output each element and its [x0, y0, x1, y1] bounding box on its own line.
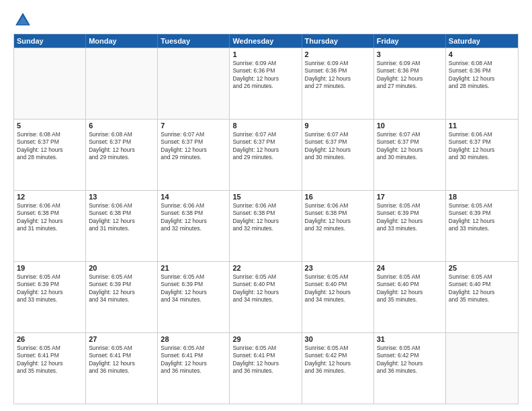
calendar-row: 26Sunrise: 6:05 AM Sunset: 6:41 PM Dayli… [14, 332, 518, 404]
cell-info: Sunrise: 6:06 AM Sunset: 6:38 PM Dayligh… [17, 202, 83, 233]
calendar-cell: 29Sunrise: 6:05 AM Sunset: 6:41 PM Dayli… [230, 333, 302, 404]
calendar-row: 5Sunrise: 6:08 AM Sunset: 6:37 PM Daylig… [14, 119, 518, 190]
calendar-cell: 14Sunrise: 6:06 AM Sunset: 6:38 PM Dayli… [158, 191, 230, 261]
calendar-cell: 23Sunrise: 6:05 AM Sunset: 6:40 PM Dayli… [302, 262, 374, 332]
calendar-cell: 11Sunrise: 6:06 AM Sunset: 6:37 PM Dayli… [446, 120, 518, 190]
cell-info: Sunrise: 6:05 AM Sunset: 6:39 PM Dayligh… [449, 202, 515, 233]
cell-info: Sunrise: 6:05 AM Sunset: 6:40 PM Dayligh… [377, 273, 443, 304]
day-number: 19 [17, 264, 83, 272]
day-number: 22 [232, 264, 298, 272]
cell-info: Sunrise: 6:05 AM Sunset: 6:39 PM Dayligh… [161, 273, 226, 304]
day-number: 11 [449, 122, 515, 130]
day-number: 31 [377, 335, 443, 343]
calendar-cell: 15Sunrise: 6:06 AM Sunset: 6:38 PM Dayli… [230, 191, 302, 261]
weekday-header: Sunday [14, 34, 86, 48]
calendar-cell: 13Sunrise: 6:06 AM Sunset: 6:38 PM Dayli… [86, 191, 158, 261]
cell-info: Sunrise: 6:08 AM Sunset: 6:36 PM Dayligh… [449, 60, 515, 91]
cell-info: Sunrise: 6:06 AM Sunset: 6:38 PM Dayligh… [305, 202, 371, 233]
cell-info: Sunrise: 6:05 AM Sunset: 6:39 PM Dayligh… [17, 273, 83, 304]
day-number: 12 [17, 193, 83, 201]
cell-info: Sunrise: 6:05 AM Sunset: 6:40 PM Dayligh… [305, 273, 371, 304]
cell-info: Sunrise: 6:05 AM Sunset: 6:39 PM Dayligh… [89, 273, 154, 304]
cell-info: Sunrise: 6:05 AM Sunset: 6:42 PM Dayligh… [377, 345, 443, 375]
calendar-header: SundayMondayTuesdayWednesdayThursdayFrid… [14, 34, 518, 48]
cell-info: Sunrise: 6:07 AM Sunset: 6:37 PM Dayligh… [305, 131, 371, 162]
cell-info: Sunrise: 6:09 AM Sunset: 6:36 PM Dayligh… [305, 60, 371, 91]
calendar-row: 1Sunrise: 6:09 AM Sunset: 6:36 PM Daylig… [14, 48, 518, 119]
day-number: 7 [161, 122, 226, 130]
day-number: 21 [161, 264, 226, 272]
logo-icon [13, 11, 32, 30]
day-number: 3 [377, 50, 443, 58]
day-number: 18 [449, 193, 515, 201]
cell-info: Sunrise: 6:05 AM Sunset: 6:41 PM Dayligh… [161, 345, 226, 375]
day-number: 5 [17, 122, 83, 130]
calendar-cell [86, 48, 158, 119]
calendar-cell: 31Sunrise: 6:05 AM Sunset: 6:42 PM Dayli… [374, 333, 446, 404]
calendar-cell: 17Sunrise: 6:05 AM Sunset: 6:39 PM Dayli… [374, 191, 446, 261]
weekday-header: Saturday [446, 34, 518, 48]
day-number: 24 [377, 264, 443, 272]
cell-info: Sunrise: 6:09 AM Sunset: 6:36 PM Dayligh… [377, 60, 443, 91]
calendar-cell: 9Sunrise: 6:07 AM Sunset: 6:37 PM Daylig… [302, 120, 374, 190]
day-number: 10 [377, 122, 443, 130]
calendar-cell: 3Sunrise: 6:09 AM Sunset: 6:36 PM Daylig… [374, 48, 446, 119]
calendar-cell: 27Sunrise: 6:05 AM Sunset: 6:41 PM Dayli… [86, 333, 158, 404]
day-number: 30 [305, 335, 371, 343]
calendar-row: 12Sunrise: 6:06 AM Sunset: 6:38 PM Dayli… [14, 190, 518, 261]
weekday-header: Monday [86, 34, 158, 48]
calendar-cell: 5Sunrise: 6:08 AM Sunset: 6:37 PM Daylig… [14, 120, 86, 190]
weekday-header: Wednesday [230, 34, 302, 48]
cell-info: Sunrise: 6:07 AM Sunset: 6:37 PM Dayligh… [377, 131, 443, 162]
calendar-cell: 18Sunrise: 6:05 AM Sunset: 6:39 PM Dayli… [446, 191, 518, 261]
day-number: 1 [232, 50, 298, 58]
day-number: 4 [449, 50, 515, 58]
day-number: 28 [161, 335, 226, 343]
cell-info: Sunrise: 6:07 AM Sunset: 6:37 PM Dayligh… [232, 131, 298, 162]
cell-info: Sunrise: 6:05 AM Sunset: 6:40 PM Dayligh… [449, 273, 515, 304]
calendar-cell [446, 333, 518, 404]
calendar-cell: 20Sunrise: 6:05 AM Sunset: 6:39 PM Dayli… [86, 262, 158, 332]
weekday-header: Tuesday [158, 34, 230, 48]
day-number: 29 [232, 335, 298, 343]
cell-info: Sunrise: 6:06 AM Sunset: 6:37 PM Dayligh… [449, 131, 515, 162]
cell-info: Sunrise: 6:06 AM Sunset: 6:38 PM Dayligh… [161, 202, 226, 233]
calendar-cell: 22Sunrise: 6:05 AM Sunset: 6:40 PM Dayli… [230, 262, 302, 332]
day-number: 16 [305, 193, 371, 201]
calendar-cell: 8Sunrise: 6:07 AM Sunset: 6:37 PM Daylig… [230, 120, 302, 190]
day-number: 15 [232, 193, 298, 201]
day-number: 8 [232, 122, 298, 130]
cell-info: Sunrise: 6:05 AM Sunset: 6:40 PM Dayligh… [232, 273, 298, 304]
day-number: 17 [377, 193, 443, 201]
calendar-cell: 2Sunrise: 6:09 AM Sunset: 6:36 PM Daylig… [302, 48, 374, 119]
calendar-cell: 28Sunrise: 6:05 AM Sunset: 6:41 PM Dayli… [158, 333, 230, 404]
weekday-header: Thursday [302, 34, 374, 48]
page: SundayMondayTuesdayWednesdayThursdayFrid… [0, 0, 532, 411]
logo [13, 11, 35, 30]
cell-info: Sunrise: 6:05 AM Sunset: 6:41 PM Dayligh… [17, 345, 83, 375]
weekday-header: Friday [374, 34, 446, 48]
calendar-cell: 7Sunrise: 6:07 AM Sunset: 6:37 PM Daylig… [158, 120, 230, 190]
cell-info: Sunrise: 6:05 AM Sunset: 6:41 PM Dayligh… [89, 345, 154, 375]
calendar-cell: 1Sunrise: 6:09 AM Sunset: 6:36 PM Daylig… [230, 48, 302, 119]
day-number: 14 [161, 193, 226, 201]
cell-info: Sunrise: 6:06 AM Sunset: 6:38 PM Dayligh… [89, 202, 154, 233]
calendar-cell: 19Sunrise: 6:05 AM Sunset: 6:39 PM Dayli… [14, 262, 86, 332]
cell-info: Sunrise: 6:09 AM Sunset: 6:36 PM Dayligh… [232, 60, 298, 91]
calendar: SundayMondayTuesdayWednesdayThursdayFrid… [13, 34, 519, 404]
day-number: 27 [89, 335, 154, 343]
calendar-cell: 10Sunrise: 6:07 AM Sunset: 6:37 PM Dayli… [374, 120, 446, 190]
cell-info: Sunrise: 6:08 AM Sunset: 6:37 PM Dayligh… [89, 131, 154, 162]
day-number: 6 [89, 122, 154, 130]
calendar-cell: 25Sunrise: 6:05 AM Sunset: 6:40 PM Dayli… [446, 262, 518, 332]
calendar-cell [158, 48, 230, 119]
calendar-cell: 12Sunrise: 6:06 AM Sunset: 6:38 PM Dayli… [14, 191, 86, 261]
calendar-cell [14, 48, 86, 119]
day-number: 2 [305, 50, 371, 58]
cell-info: Sunrise: 6:05 AM Sunset: 6:39 PM Dayligh… [377, 202, 443, 233]
calendar-cell: 21Sunrise: 6:05 AM Sunset: 6:39 PM Dayli… [158, 262, 230, 332]
calendar-body: 1Sunrise: 6:09 AM Sunset: 6:36 PM Daylig… [14, 48, 518, 404]
calendar-cell: 30Sunrise: 6:05 AM Sunset: 6:42 PM Dayli… [302, 333, 374, 404]
cell-info: Sunrise: 6:08 AM Sunset: 6:37 PM Dayligh… [17, 131, 83, 162]
calendar-cell: 24Sunrise: 6:05 AM Sunset: 6:40 PM Dayli… [374, 262, 446, 332]
